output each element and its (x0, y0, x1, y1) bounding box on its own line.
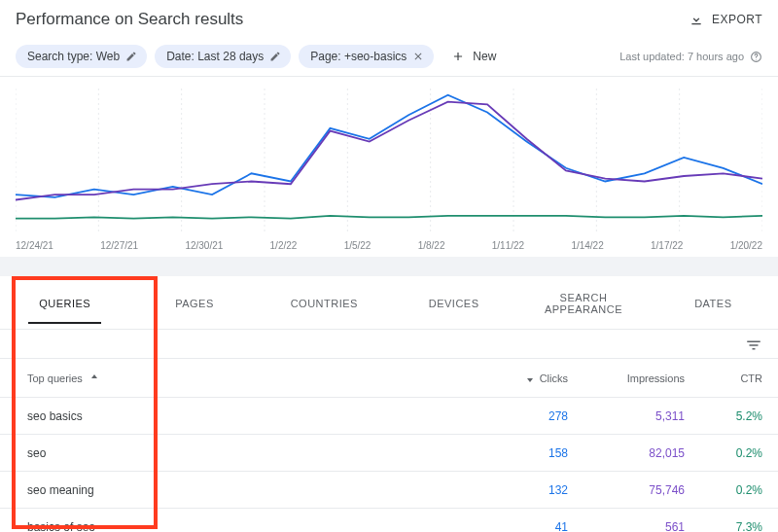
tab-devices[interactable]: DEVICES (389, 282, 518, 323)
pencil-icon (269, 51, 281, 62)
cell-clicks: 132 (451, 483, 568, 497)
close-icon[interactable] (412, 51, 424, 62)
chip-date-range-label: Date: Last 28 days (166, 50, 264, 63)
tab-countries[interactable]: COUNTRIES (260, 282, 389, 323)
table-row[interactable]: seo15882,0150.2% (0, 435, 778, 472)
tab-queries[interactable]: QUERIES (0, 282, 129, 323)
cell-ctr: 0.2% (685, 483, 762, 497)
x-axis: 12/24/2112/27/2112/30/211/2/221/5/221/8/… (16, 234, 762, 253)
table-header: Top queries Clicks Impressions CTR (0, 359, 778, 398)
section-gap (0, 257, 778, 276)
filter-bar: Search type: Web Date: Last 28 days Page… (0, 37, 778, 77)
tabs: QUERIESPAGESCOUNTRIESDEVICESSEARCH APPEA… (0, 276, 778, 330)
cell-query: seo basics (27, 409, 451, 423)
chip-date-range[interactable]: Date: Last 28 days (155, 45, 291, 68)
x-tick-label: 1/17/22 (651, 240, 683, 251)
col-header-query-label: Top queries (27, 372, 83, 384)
cell-query: basics of seo (27, 520, 451, 533)
help-icon[interactable] (750, 51, 762, 63)
col-header-clicks-label: Clicks (540, 372, 568, 384)
chart-area[interactable] (16, 89, 762, 234)
x-tick-label: 1/5/22 (344, 240, 371, 251)
cell-ctr: 0.2% (685, 446, 762, 460)
x-tick-label: 12/30/21 (185, 240, 223, 251)
series-ctr (16, 216, 762, 219)
table-toolbar (0, 330, 778, 359)
table-row[interactable]: seo meaning13275,7460.2% (0, 472, 778, 509)
cell-query: seo (27, 446, 451, 460)
filter-icon[interactable] (745, 337, 762, 354)
x-tick-label: 1/2/22 (270, 240, 298, 251)
sort-desc-icon (524, 372, 536, 384)
col-header-impressions[interactable]: Impressions (568, 372, 685, 384)
add-filter-label: New (473, 50, 496, 63)
x-tick-label: 1/14/22 (571, 240, 603, 251)
series-clicks (16, 95, 762, 197)
tab-search-appearance[interactable]: SEARCH APPEARANCE (518, 276, 648, 329)
cell-ctr: 5.2% (685, 409, 762, 423)
table-card: QUERIESPAGESCOUNTRIESDEVICESSEARCH APPEA… (0, 276, 778, 532)
add-filter-button[interactable]: New (442, 45, 506, 68)
chip-search-type[interactable]: Search type: Web (16, 45, 147, 68)
col-header-query[interactable]: Top queries (27, 372, 451, 384)
export-label: EXPORT (712, 13, 762, 26)
x-tick-label: 12/27/21 (100, 240, 138, 251)
cell-impressions: 82,015 (568, 446, 685, 460)
chip-search-type-label: Search type: Web (27, 50, 120, 63)
tab-dates[interactable]: DATES (649, 282, 778, 323)
page-title: Performance on Search results (16, 10, 243, 29)
tab-pages[interactable]: PAGES (129, 282, 259, 323)
cell-impressions: 5,311 (568, 409, 685, 423)
last-updated-text: Last updated: 7 hours ago (619, 51, 744, 62)
export-button[interactable]: EXPORT (689, 12, 762, 27)
cell-impressions: 75,746 (568, 483, 685, 497)
x-tick-label: 1/8/22 (418, 240, 445, 251)
cell-query: seo meaning (27, 483, 451, 497)
x-tick-label: 1/20/22 (730, 240, 762, 251)
chip-page-filter[interactable]: Page: +seo-basics (299, 45, 434, 68)
table-body: seo basics2785,3115.2%seo15882,0150.2%se… (0, 398, 778, 532)
table-row[interactable]: seo basics2785,3115.2% (0, 398, 778, 435)
cell-clicks: 41 (451, 520, 568, 533)
x-tick-label: 1/11/22 (492, 240, 524, 251)
pencil-icon (125, 51, 137, 62)
svg-point-1 (756, 58, 757, 59)
table-row[interactable]: basics of seo415617.3% (0, 509, 778, 532)
plus-icon (451, 50, 465, 63)
col-header-clicks[interactable]: Clicks (451, 372, 568, 384)
download-icon (689, 12, 704, 27)
x-tick-label: 12/24/21 (16, 240, 53, 251)
cell-clicks: 278 (451, 409, 568, 423)
chart-card: 12/24/2112/27/2112/30/211/2/221/5/221/8/… (0, 77, 778, 257)
last-updated: Last updated: 7 hours ago (619, 51, 762, 63)
col-header-ctr[interactable]: CTR (685, 372, 762, 384)
header-bar: Performance on Search results EXPORT (0, 0, 778, 37)
line-chart (16, 89, 762, 234)
cell-impressions: 561 (568, 520, 685, 533)
cell-ctr: 7.3% (685, 520, 762, 533)
sort-asc-icon (88, 372, 100, 384)
series-impressions (16, 102, 762, 200)
chip-page-filter-label: Page: +seo-basics (310, 50, 407, 63)
cell-clicks: 158 (451, 446, 568, 460)
